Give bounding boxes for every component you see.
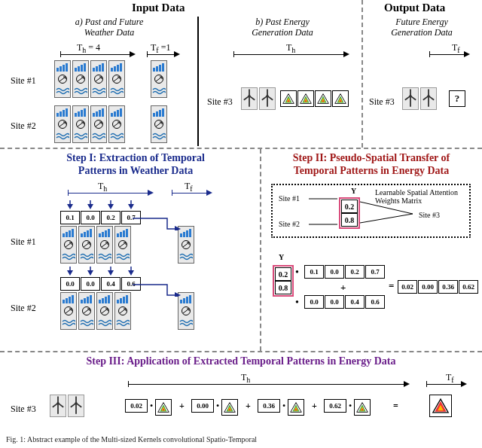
value-cell: 0.00 (191, 399, 214, 413)
header-input: Input Data (132, 2, 185, 14)
label-th-b: Th (286, 42, 295, 54)
tick (147, 51, 148, 57)
arrow-s1-tf (172, 193, 209, 194)
plus1: + (179, 401, 185, 412)
plus2: + (246, 401, 251, 412)
output-question: ? (449, 90, 465, 107)
dot-icon: • (346, 399, 354, 416)
arrow-s1-th (68, 193, 151, 194)
svg-line-18 (360, 214, 413, 223)
dot-icon: • (214, 399, 221, 416)
step3-tf: Tf (446, 372, 454, 384)
divider-input-output (362, 0, 363, 148)
attention-site1: Site #1 (279, 194, 300, 203)
energy-icon (288, 399, 304, 416)
value-cell: 0.0 (60, 277, 80, 291)
value-cell: 0.2 (345, 265, 365, 279)
step3-turbines (50, 395, 84, 417)
value-cell: 0.00 (418, 280, 438, 294)
tick (233, 51, 234, 57)
site2-future-tile (151, 105, 167, 143)
dot-icon: • (280, 399, 288, 416)
turbines-b (241, 87, 276, 110)
site2-label: Site #2 (11, 120, 36, 132)
label-tf-out: Tf (452, 42, 460, 54)
step1-th: Th (98, 181, 107, 193)
divider-mid-bot (0, 351, 482, 352)
step1-site2-future-tile (178, 292, 194, 330)
arrow-tf1 (147, 54, 177, 55)
site1-label: Site #1 (11, 75, 36, 87)
value-cell: 0.0 (81, 211, 100, 224)
energy-past-row (280, 90, 349, 107)
y-vector-eq: 0.2 0.8 (273, 265, 294, 297)
energy-icon (354, 399, 371, 416)
dir-icon (56, 74, 69, 84)
value-cell: 0.1 (60, 211, 80, 224)
arrow-th4 (60, 54, 133, 55)
plus-op: + (340, 282, 346, 294)
step3-term4: 0.62 • (324, 399, 371, 416)
value-cell: 0.6 (365, 295, 385, 309)
tick (429, 51, 430, 57)
wave-icon (56, 86, 69, 96)
step1-row2-values: 0.0 0.0 0.4 0.6 (60, 277, 141, 291)
value-cell: 0.1 (304, 265, 324, 279)
subheader-output: Future Energy Generation Data (373, 17, 471, 38)
attention-site2: Site #2 (279, 220, 300, 228)
y-val: 0.8 (275, 281, 291, 294)
weather-tile (90, 60, 107, 98)
figure-caption: Fig. 1: Abstract example of the Multi-si… (6, 435, 257, 443)
step1-title: Step I: Extraction of Temporal Patterns … (45, 152, 226, 178)
step3-result (429, 395, 452, 417)
site3-label-out: Site #3 (369, 96, 395, 108)
step3-term3: 0.36 • (258, 399, 304, 416)
subheader-b: b) Past Energy Generation Data (233, 17, 331, 38)
weather-tile (54, 60, 71, 98)
value-cell: 0.4 (345, 295, 365, 309)
value-cell: 0.7 (365, 265, 385, 279)
divider-top-mid (0, 148, 482, 149)
dot-op1: • (295, 267, 299, 279)
eq-op: = (389, 280, 394, 292)
weather-tile (108, 60, 125, 98)
site3-label-b: Site #3 (207, 96, 233, 108)
eq-row-b: 0.0 0.0 0.4 0.6 (304, 295, 385, 309)
step3-title: Step III: Application of Extracted Tempo… (45, 355, 437, 368)
site1-past-tiles (54, 60, 125, 98)
subheader-a: a) Past and Future Weather Data (53, 17, 166, 38)
header-output: Output Data (384, 2, 445, 14)
svg-line-17 (360, 202, 413, 214)
step1-site2-tiles (60, 292, 131, 330)
dot-icon: • (148, 399, 155, 416)
value-cell: 0.0 (81, 277, 100, 291)
step1-site1-tiles (60, 226, 131, 264)
value-cell: 0.2 (101, 211, 120, 224)
value-cell: 0.02 (398, 280, 417, 294)
step1-row1-values: 0.1 0.0 0.2 0.7 (60, 211, 141, 224)
value-cell: 0.4 (101, 277, 120, 291)
step3-term1: 0.02 • (125, 399, 172, 416)
value-cell: 0.0 (325, 265, 344, 279)
arrow-s3-th (128, 384, 407, 385)
turbine-icon (241, 87, 258, 110)
dot-op2: • (295, 297, 299, 309)
step1-tf: Tf (185, 181, 193, 193)
turbine-icon (259, 87, 276, 110)
arrow-s3-tf (426, 384, 464, 385)
site1-future-tile (151, 60, 167, 98)
value-cell: 0.62 (459, 280, 478, 294)
step3-th: Th (241, 372, 250, 384)
plus3: + (312, 401, 317, 412)
eq3: = (393, 401, 398, 412)
arrow-tf-out (429, 54, 467, 55)
step3-term2: 0.00 • (191, 399, 238, 416)
step2-title: Step II: Pseudo-Spatial Transfer of Temp… (270, 152, 473, 178)
eq-row-a: 0.1 0.0 0.2 0.7 (304, 265, 385, 279)
energy-icon (155, 399, 172, 416)
arrow-th-b (233, 54, 346, 55)
step3-site3: Site #3 (11, 404, 36, 415)
y-val: 0.2 (275, 267, 291, 281)
eq-result: 0.02 0.00 0.36 0.62 (398, 280, 478, 294)
tick (60, 51, 61, 57)
